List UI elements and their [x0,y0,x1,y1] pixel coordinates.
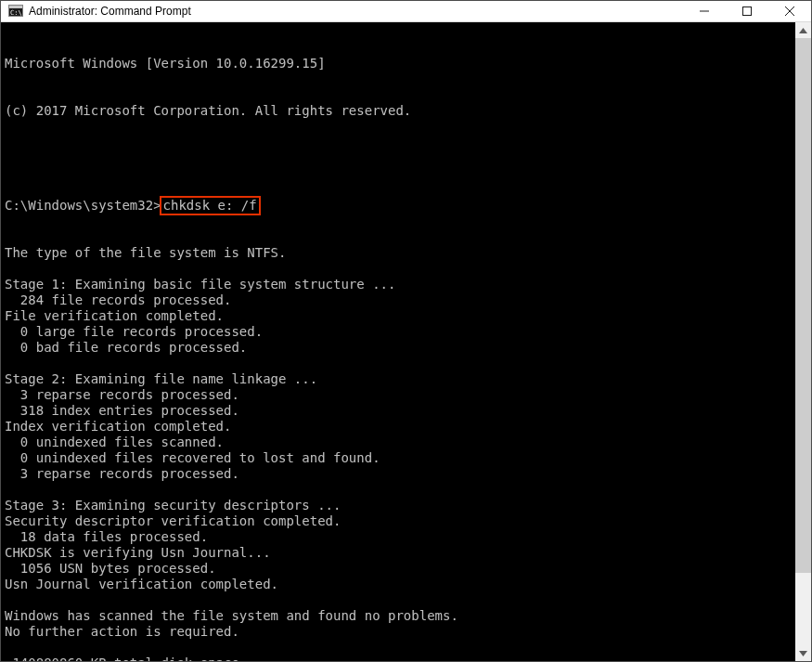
output-line [5,261,792,277]
output-line: Usn Journal verification completed. [5,577,792,592]
banner-line: Microsoft Windows [Version 10.0.16299.15… [5,56,792,71]
minimize-button[interactable] [683,1,726,21]
window-title: Administrator: Command Prompt [29,5,191,18]
cmd-app-icon: C:\ [8,4,23,19]
svg-marker-8 [799,651,807,656]
output-line [5,482,792,498]
prompt-prefix: C:\Windows\system32> [5,198,161,213]
svg-marker-7 [799,28,807,33]
svg-rect-4 [743,7,752,16]
vertical-scrollbar[interactable] [795,22,811,661]
output-line: 3 reparse records processed. [5,466,792,482]
banner-line: (c) 2017 Microsoft Corporation. All righ… [5,103,792,119]
window-controls [683,1,811,21]
svg-rect-1 [9,6,22,8]
command-highlight: chkdsk e: /f [160,196,261,215]
output-line [5,356,792,371]
scroll-down-button[interactable] [795,645,811,661]
output-line: 318 index entries processed. [5,403,792,419]
output-line: 0 bad file records processed. [5,340,792,356]
output-line: 284 file records processed. [5,292,792,308]
output-line: 1056 USN bytes processed. [5,561,792,577]
scroll-up-button[interactable] [795,22,811,38]
output-line: Stage 3: Examining security descriptors … [5,498,792,513]
output-line: No further action is required. [5,624,792,640]
scroll-track[interactable] [795,38,811,645]
output-line: File verification completed. [5,308,792,324]
output-line: 0 unindexed files recovered to lost and … [5,450,792,466]
output-line: Security descriptor verification complet… [5,513,792,529]
output-line: 0 large file records processed. [5,324,792,340]
prompt-line: C:\Windows\system32>chkdsk e: /f [5,198,792,214]
output-line: 0 unindexed files scanned. [5,435,792,450]
output-line: Index verification completed. [5,419,792,435]
output-line: 3 reparse records processed. [5,387,792,403]
output-line: The type of the file system is NTFS. [5,245,792,261]
output-lines-container: The type of the file system is NTFS. Sta… [5,245,792,661]
output-line [5,640,792,656]
output-line: 18 data files processed. [5,529,792,545]
scroll-thumb[interactable] [795,38,811,573]
client-area: Microsoft Windows [Version 10.0.16299.15… [1,22,811,661]
close-button[interactable] [768,1,811,21]
command-text: chkdsk e: /f [163,198,257,213]
maximize-button[interactable] [726,1,768,21]
output-line: Stage 2: Examining file name linkage ... [5,371,792,387]
output-line: Stage 1: Examining basic file system str… [5,277,792,292]
svg-text:C:\: C:\ [10,9,22,17]
output-line: CHKDSK is verifying Usn Journal... [5,545,792,561]
output-line: Windows has scanned the file system and … [5,608,792,624]
app-window: C:\ Administrator: Command Prompt Micros… [0,0,812,662]
console-output[interactable]: Microsoft Windows [Version 10.0.16299.15… [1,22,795,661]
blank-line [5,150,792,166]
titlebar[interactable]: C:\ Administrator: Command Prompt [1,1,811,22]
output-line [5,592,792,608]
output-line: 140880860 KB total disk space. [5,656,792,661]
